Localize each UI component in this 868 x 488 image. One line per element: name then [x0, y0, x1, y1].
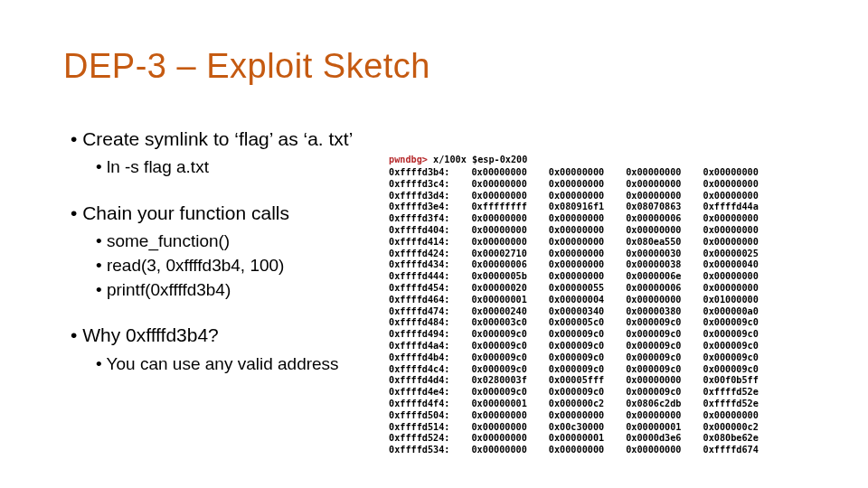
- memory-address: 0xffffd4b4: [389, 352, 449, 364]
- memory-value: 0x00000004: [549, 295, 604, 306]
- memory-value: 0x00000038: [626, 259, 681, 271]
- memory-value: 0x00000000: [471, 213, 526, 225]
- memory-value: 0x0000d3e6: [626, 433, 681, 445]
- debugger-prompt: pwndbg>: [389, 155, 428, 164]
- bullet-item: Chain your function calls some_function(…: [71, 201, 396, 301]
- memory-value: 0x0000005b: [471, 271, 526, 283]
- memory-value: 0x00000000: [703, 283, 759, 295]
- memory-value: 0x00c30000: [549, 422, 604, 434]
- memory-value: 0x000000c2: [549, 399, 604, 410]
- memory-value: 0xffffd52e: [703, 387, 759, 399]
- bullet-text: Chain your function calls: [71, 202, 289, 223]
- memory-value: 0x000009c0: [703, 341, 759, 352]
- memory-value: 0x000009c0: [549, 341, 604, 352]
- memory-value: 0x00000000: [626, 295, 681, 306]
- memory-address: 0xffffd4c4: [389, 364, 449, 376]
- memory-address: 0xffffd4a4: [389, 341, 449, 352]
- memory-value: 0x00000006: [626, 283, 681, 295]
- memory-value: 0x0806c2db: [626, 399, 681, 410]
- bullet-text: Why 0xffffd3b4?: [71, 324, 219, 345]
- memory-value: 0x00000000: [471, 167, 526, 179]
- memory-value: 0x00000006: [471, 259, 526, 271]
- memory-value: 0x00000000: [703, 213, 759, 225]
- memory-value: 0x00000000: [549, 271, 604, 283]
- memory-address: 0xffffd3b4: [389, 167, 449, 179]
- memory-value: 0x00000001: [626, 422, 681, 434]
- memory-value: 0x00000000: [471, 445, 526, 456]
- memory-value: 0x000009c0: [549, 387, 604, 399]
- memory-address: 0xffffd4d4: [389, 375, 449, 387]
- memory-value: 0x000009c0: [703, 317, 759, 329]
- memory-address: 0xffffd534: [389, 445, 449, 456]
- memory-value: 0x000003c0: [471, 317, 526, 329]
- memory-address: 0xffffd444: [389, 271, 449, 283]
- memory-address: 0xffffd494: [389, 329, 449, 341]
- memory-value: 0x00000000: [703, 191, 759, 202]
- memory-value: 0x00000000: [703, 271, 759, 283]
- bullet-text: Create symlink to ‘flag’ as ‘a. txt’: [71, 128, 353, 149]
- memory-address: 0xffffd484: [389, 317, 449, 329]
- memory-value: 0x000009c0: [626, 329, 681, 341]
- memory-value: 0x000009c0: [703, 329, 759, 341]
- memory-value: 0x00000000: [471, 191, 526, 202]
- slide-title: DEP-3 – Exploit Sketch: [63, 47, 430, 86]
- memory-value: 0x00000000: [549, 179, 604, 191]
- sub-bullet: some_function(): [96, 230, 396, 253]
- memory-address: 0xffffd514: [389, 422, 449, 434]
- memory-value: 0x000005c0: [549, 317, 604, 329]
- memory-value: 0x00000000: [471, 237, 526, 249]
- memory-value: 0x000000a0: [703, 306, 759, 318]
- memory-address: 0xffffd3d4: [389, 191, 449, 202]
- memory-value: 0x00000001: [549, 433, 604, 445]
- memory-value: 0x000009c0: [626, 387, 681, 399]
- memory-address: 0xffffd504: [389, 410, 449, 422]
- bullet-item: Create symlink to ‘flag’ as ‘a. txt’ ln …: [71, 127, 396, 179]
- memory-value: 0x00000000: [471, 410, 526, 422]
- memory-value: 0x00000055: [549, 283, 604, 295]
- memory-value: 0x0000006e: [626, 271, 681, 283]
- memory-value: 0x00000000: [626, 410, 681, 422]
- memory-value: 0x000009c0: [471, 352, 526, 364]
- memory-value: 0x00000000: [626, 191, 681, 202]
- memory-address: 0xffffd3f4: [389, 213, 449, 225]
- memory-address: 0xffffd414: [389, 237, 449, 249]
- memory-address: 0xffffd3e4: [389, 202, 449, 213]
- memory-value: 0x080ea550: [626, 237, 681, 249]
- memory-value: 0x000009c0: [703, 352, 759, 364]
- memory-value: 0xffffd44a: [703, 202, 759, 213]
- debugger-command: x/100x $esp-0x200: [433, 155, 527, 164]
- memory-value: 0x00000025: [703, 249, 759, 260]
- memory-value: 0x000009c0: [471, 329, 526, 341]
- memory-value: 0x00000000: [703, 167, 759, 179]
- memory-value: 0x00000000: [549, 191, 604, 202]
- memory-address: 0xffffd4e4: [389, 387, 449, 399]
- sub-bullet: You can use any valid address: [96, 353, 396, 376]
- memory-value-column: 0x000000000x000000000x000000000x08070863…: [626, 167, 681, 456]
- memory-value: 0x00000000: [471, 422, 526, 434]
- memory-value: 0x00000000: [626, 375, 681, 387]
- memory-value: 0x00000380: [626, 306, 681, 318]
- memory-value: 0x00000000: [626, 167, 681, 179]
- memory-value: 0x00000000: [549, 410, 604, 422]
- memory-value: 0x000009c0: [471, 341, 526, 352]
- memory-value: 0x000009c0: [471, 387, 526, 399]
- memory-value: 0x000009c0: [626, 341, 681, 352]
- memory-value: 0x000009c0: [626, 352, 681, 364]
- memory-value-column: 0x000000000x000000000x000000000x080916f1…: [549, 167, 604, 456]
- memory-value: 0x00000000: [703, 410, 759, 422]
- memory-address: 0xffffd3c4: [389, 179, 449, 191]
- memory-value: 0x00000000: [703, 237, 759, 249]
- memory-value: 0x00000000: [549, 249, 604, 260]
- memory-value: 0x000009c0: [626, 317, 681, 329]
- memory-value: 0x00f0b5ff: [703, 375, 759, 387]
- memory-dump-header: pwndbg> x/100x $esp-0x200: [389, 155, 527, 166]
- memory-address-column: 0xffffd3b40xffffd3c40xffffd3d40xffffd3e4…: [389, 167, 449, 456]
- memory-value: 0x00000000: [549, 213, 604, 225]
- memory-value: 0x00000000: [703, 179, 759, 191]
- memory-value: 0x00000000: [626, 225, 681, 237]
- memory-value: 0x00000000: [549, 445, 604, 456]
- memory-value: 0x000009c0: [703, 364, 759, 376]
- memory-value: 0x00000000: [549, 259, 604, 271]
- memory-value: 0x00000040: [703, 259, 759, 271]
- memory-address: 0xffffd454: [389, 283, 449, 295]
